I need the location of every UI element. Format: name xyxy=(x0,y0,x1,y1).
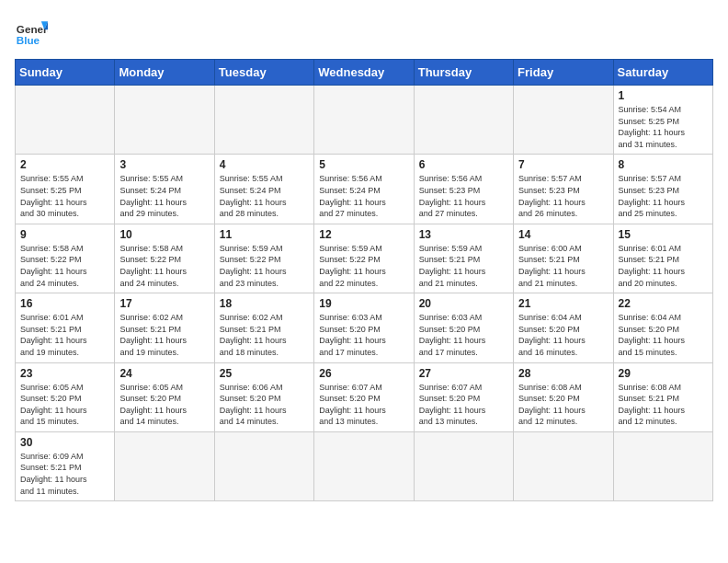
calendar-week-row: 1Sunrise: 5:54 AM Sunset: 5:25 PM Daylig… xyxy=(16,86,713,155)
day-number: 4 xyxy=(220,158,309,171)
day-number: 7 xyxy=(518,158,608,171)
calendar-cell xyxy=(115,431,214,500)
day-info: Sunrise: 6:03 AM Sunset: 5:20 PM Dayligh… xyxy=(419,312,508,358)
day-number: 25 xyxy=(220,367,309,380)
calendar-cell: 3Sunrise: 5:55 AM Sunset: 5:24 PM Daylig… xyxy=(115,155,214,224)
calendar-week-row: 2Sunrise: 5:55 AM Sunset: 5:25 PM Daylig… xyxy=(16,155,713,224)
day-number: 3 xyxy=(119,158,209,171)
calendar-cell: 14Sunrise: 6:00 AM Sunset: 5:21 PM Dayli… xyxy=(514,224,613,293)
day-number: 27 xyxy=(419,367,508,380)
day-info: Sunrise: 5:57 AM Sunset: 5:23 PM Dayligh… xyxy=(518,173,608,219)
day-number: 26 xyxy=(319,367,408,380)
calendar-cell: 20Sunrise: 6:03 AM Sunset: 5:20 PM Dayli… xyxy=(414,293,513,362)
day-info: Sunrise: 5:59 AM Sunset: 5:21 PM Dayligh… xyxy=(419,243,508,289)
calendar-cell xyxy=(16,86,115,155)
day-number: 12 xyxy=(319,228,408,241)
day-number: 9 xyxy=(20,228,109,241)
weekday-header-tuesday: Tuesday xyxy=(214,60,313,86)
day-number: 16 xyxy=(20,297,109,310)
calendar-week-row: 23Sunrise: 6:05 AM Sunset: 5:20 PM Dayli… xyxy=(16,362,713,431)
day-number: 23 xyxy=(20,367,109,380)
day-info: Sunrise: 6:05 AM Sunset: 5:20 PM Dayligh… xyxy=(119,382,209,428)
day-number: 20 xyxy=(419,297,508,310)
day-info: Sunrise: 6:00 AM Sunset: 5:21 PM Dayligh… xyxy=(518,243,608,289)
weekday-header-thursday: Thursday xyxy=(414,60,513,86)
calendar-cell: 13Sunrise: 5:59 AM Sunset: 5:21 PM Dayli… xyxy=(414,224,513,293)
calendar-cell: 24Sunrise: 6:05 AM Sunset: 5:20 PM Dayli… xyxy=(115,362,214,431)
calendar-cell: 23Sunrise: 6:05 AM Sunset: 5:20 PM Dayli… xyxy=(16,362,115,431)
calendar-cell: 27Sunrise: 6:07 AM Sunset: 5:20 PM Dayli… xyxy=(414,362,513,431)
day-number: 17 xyxy=(119,297,209,310)
calendar-cell: 15Sunrise: 6:01 AM Sunset: 5:21 PM Dayli… xyxy=(613,224,712,293)
day-info: Sunrise: 5:56 AM Sunset: 5:23 PM Dayligh… xyxy=(419,173,508,219)
header: General Blue xyxy=(15,15,713,48)
day-info: Sunrise: 6:06 AM Sunset: 5:20 PM Dayligh… xyxy=(220,382,309,428)
day-number: 24 xyxy=(119,367,209,380)
calendar-cell: 18Sunrise: 6:02 AM Sunset: 5:21 PM Dayli… xyxy=(214,293,313,362)
day-number: 11 xyxy=(220,228,309,241)
calendar-cell xyxy=(214,431,313,500)
day-number: 21 xyxy=(518,297,608,310)
day-number: 5 xyxy=(319,158,408,171)
calendar-cell: 6Sunrise: 5:56 AM Sunset: 5:23 PM Daylig… xyxy=(414,155,513,224)
day-info: Sunrise: 6:01 AM Sunset: 5:21 PM Dayligh… xyxy=(619,243,708,289)
calendar-cell xyxy=(314,431,414,500)
day-info: Sunrise: 6:02 AM Sunset: 5:21 PM Dayligh… xyxy=(220,312,309,358)
day-info: Sunrise: 5:55 AM Sunset: 5:25 PM Dayligh… xyxy=(20,173,109,219)
day-info: Sunrise: 6:09 AM Sunset: 5:21 PM Dayligh… xyxy=(20,451,109,497)
calendar-cell xyxy=(613,431,712,500)
day-number: 10 xyxy=(119,228,209,241)
day-info: Sunrise: 6:08 AM Sunset: 5:21 PM Dayligh… xyxy=(619,382,708,428)
weekday-header-saturday: Saturday xyxy=(613,60,712,86)
calendar-cell: 16Sunrise: 6:01 AM Sunset: 5:21 PM Dayli… xyxy=(16,293,115,362)
day-number: 18 xyxy=(220,297,309,310)
calendar-cell: 2Sunrise: 5:55 AM Sunset: 5:25 PM Daylig… xyxy=(16,155,115,224)
calendar-cell: 28Sunrise: 6:08 AM Sunset: 5:20 PM Dayli… xyxy=(514,362,613,431)
calendar-cell xyxy=(115,86,214,155)
day-number: 15 xyxy=(619,228,708,241)
day-info: Sunrise: 5:59 AM Sunset: 5:22 PM Dayligh… xyxy=(220,243,309,289)
day-info: Sunrise: 5:58 AM Sunset: 5:22 PM Dayligh… xyxy=(20,243,109,289)
day-info: Sunrise: 6:04 AM Sunset: 5:20 PM Dayligh… xyxy=(619,312,708,358)
day-number: 14 xyxy=(518,228,608,241)
calendar-cell: 22Sunrise: 6:04 AM Sunset: 5:20 PM Dayli… xyxy=(613,293,712,362)
calendar-cell: 7Sunrise: 5:57 AM Sunset: 5:23 PM Daylig… xyxy=(514,155,613,224)
calendar-cell: 5Sunrise: 5:56 AM Sunset: 5:24 PM Daylig… xyxy=(314,155,414,224)
weekday-header-friday: Friday xyxy=(514,60,613,86)
logo: General Blue xyxy=(15,15,48,48)
calendar-cell: 1Sunrise: 5:54 AM Sunset: 5:25 PM Daylig… xyxy=(613,86,712,155)
day-info: Sunrise: 5:54 AM Sunset: 5:25 PM Dayligh… xyxy=(619,104,708,150)
weekday-header-wednesday: Wednesday xyxy=(314,60,414,86)
day-number: 19 xyxy=(319,297,408,310)
weekday-header-sunday: Sunday xyxy=(16,60,115,86)
day-number: 30 xyxy=(20,436,109,449)
calendar-body: 1Sunrise: 5:54 AM Sunset: 5:25 PM Daylig… xyxy=(16,86,713,501)
day-number: 29 xyxy=(619,367,708,380)
calendar-cell: 9Sunrise: 5:58 AM Sunset: 5:22 PM Daylig… xyxy=(16,224,115,293)
calendar-cell: 8Sunrise: 5:57 AM Sunset: 5:23 PM Daylig… xyxy=(613,155,712,224)
day-info: Sunrise: 6:07 AM Sunset: 5:20 PM Dayligh… xyxy=(319,382,408,428)
day-info: Sunrise: 6:05 AM Sunset: 5:20 PM Dayligh… xyxy=(20,382,109,428)
weekday-header-monday: Monday xyxy=(115,60,214,86)
calendar-cell xyxy=(514,86,613,155)
calendar-week-row: 16Sunrise: 6:01 AM Sunset: 5:21 PM Dayli… xyxy=(16,293,713,362)
day-info: Sunrise: 6:02 AM Sunset: 5:21 PM Dayligh… xyxy=(119,312,209,358)
svg-text:Blue: Blue xyxy=(17,34,40,46)
calendar-cell: 30Sunrise: 6:09 AM Sunset: 5:21 PM Dayli… xyxy=(16,431,115,500)
calendar-cell: 10Sunrise: 5:58 AM Sunset: 5:22 PM Dayli… xyxy=(115,224,214,293)
day-info: Sunrise: 5:58 AM Sunset: 5:22 PM Dayligh… xyxy=(119,243,209,289)
day-info: Sunrise: 6:01 AM Sunset: 5:21 PM Dayligh… xyxy=(20,312,109,358)
calendar-cell: 29Sunrise: 6:08 AM Sunset: 5:21 PM Dayli… xyxy=(613,362,712,431)
day-info: Sunrise: 5:57 AM Sunset: 5:23 PM Dayligh… xyxy=(619,173,708,219)
calendar-week-row: 9Sunrise: 5:58 AM Sunset: 5:22 PM Daylig… xyxy=(16,224,713,293)
calendar-cell xyxy=(514,431,613,500)
calendar-cell xyxy=(414,431,513,500)
day-info: Sunrise: 5:59 AM Sunset: 5:22 PM Dayligh… xyxy=(319,243,408,289)
calendar-cell: 17Sunrise: 6:02 AM Sunset: 5:21 PM Dayli… xyxy=(115,293,214,362)
day-number: 6 xyxy=(419,158,508,171)
calendar-cell: 12Sunrise: 5:59 AM Sunset: 5:22 PM Dayli… xyxy=(314,224,414,293)
calendar-cell: 11Sunrise: 5:59 AM Sunset: 5:22 PM Dayli… xyxy=(214,224,313,293)
calendar-cell xyxy=(314,86,414,155)
day-info: Sunrise: 6:07 AM Sunset: 5:20 PM Dayligh… xyxy=(419,382,508,428)
day-info: Sunrise: 5:55 AM Sunset: 5:24 PM Dayligh… xyxy=(119,173,209,219)
